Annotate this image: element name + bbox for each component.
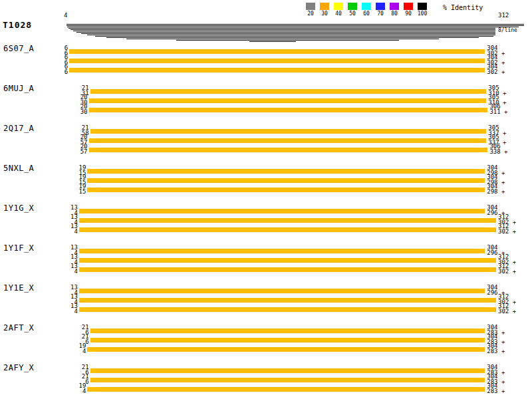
template-end-strand-label: 311 + bbox=[489, 109, 507, 115]
legend-label: 90 bbox=[402, 11, 415, 17]
alignment-bar[interactable] bbox=[90, 368, 485, 373]
template-label-6MUJ_A[interactable]: 6MUJ_A bbox=[3, 84, 34, 92]
coverage-line bbox=[70, 29, 495, 30]
coverage-line bbox=[106, 37, 479, 38]
legend-swatch-50-icon bbox=[348, 3, 357, 10]
template-label-1Y1E_X[interactable]: 1Y1E_X bbox=[3, 284, 34, 292]
legend-swatch-70-icon bbox=[376, 3, 385, 10]
coverage-line bbox=[67, 27, 519, 27]
template-start-label: 6 bbox=[41, 69, 68, 75]
template-end-strand-label: 338 + bbox=[489, 149, 507, 155]
legend-swatch-90-icon bbox=[404, 3, 413, 10]
coverage-line bbox=[68, 28, 495, 29]
template-start-label: 15 bbox=[59, 189, 86, 195]
alignment-bar[interactable] bbox=[89, 138, 487, 143]
template-label-5NXL_A[interactable]: 5NXL_A bbox=[3, 164, 34, 172]
coverage-line bbox=[81, 33, 495, 34]
alignment-bar[interactable] bbox=[89, 108, 488, 112]
coverage-line bbox=[76, 32, 495, 33]
template-end-strand-label: 302 + bbox=[487, 69, 505, 75]
template-start-label: 30 bbox=[61, 109, 88, 115]
legend-swatch-60-icon bbox=[362, 3, 371, 10]
template-label-6S07_A[interactable]: 6S07_A bbox=[3, 45, 34, 53]
alignment-bar[interactable] bbox=[79, 258, 496, 263]
legend-title: % Identity bbox=[443, 5, 483, 11]
alignment-bar[interactable] bbox=[79, 289, 485, 293]
alignment-bar[interactable] bbox=[69, 49, 485, 54]
alignment-bar[interactable] bbox=[79, 209, 485, 213]
template-label-2AFT_X[interactable]: 2AFT_X bbox=[3, 324, 34, 332]
alignment-bar[interactable] bbox=[90, 338, 485, 342]
template-label-1Y1G_X[interactable]: 1Y1G_X bbox=[3, 204, 34, 212]
legend-label: 80 bbox=[388, 11, 401, 17]
alignment-bar[interactable] bbox=[69, 68, 485, 72]
alignment-bar[interactable] bbox=[89, 98, 487, 103]
alignment-bar[interactable] bbox=[79, 249, 485, 253]
template-end-strand-label: 302 + bbox=[498, 229, 516, 235]
coverage-line bbox=[249, 41, 296, 42]
alignment-bar[interactable] bbox=[89, 148, 488, 152]
alignment-bar[interactable] bbox=[69, 59, 485, 63]
coverage-line bbox=[73, 31, 495, 31]
template-label-2AFY_X[interactable]: 2AFY_X bbox=[3, 364, 34, 372]
coverage-line bbox=[176, 40, 399, 41]
template-end-strand-label: 298 + bbox=[487, 189, 505, 195]
template-end-strand-label: 302 + bbox=[498, 269, 516, 275]
legend-label: 20 bbox=[304, 11, 317, 17]
template-start-label: 57 bbox=[61, 149, 88, 155]
template-start-label: 4 bbox=[51, 269, 78, 275]
template-end-strand-label: 302 + bbox=[498, 309, 516, 315]
alignment-bar[interactable] bbox=[87, 347, 485, 352]
legend-label: 70 bbox=[374, 11, 387, 17]
template-end-strand-label: 283 + bbox=[487, 388, 505, 394]
template-label-1Y1F_X[interactable]: 1Y1F_X bbox=[3, 244, 34, 252]
legend-label: 40 bbox=[332, 11, 345, 17]
legend-swatch-20-icon bbox=[306, 3, 315, 10]
alignment-bar[interactable] bbox=[90, 129, 487, 134]
axis-start-label: 4 bbox=[64, 13, 67, 19]
template-start-label: 4 bbox=[51, 309, 78, 315]
alignment-bar[interactable] bbox=[87, 169, 485, 174]
template-end-strand-label: 283 + bbox=[487, 348, 505, 354]
coverage-line bbox=[66, 24, 524, 25]
alignment-bar[interactable] bbox=[87, 387, 485, 392]
page-title: T1028 bbox=[3, 21, 32, 29]
alignment-bar[interactable] bbox=[90, 89, 487, 94]
alignment-bar[interactable] bbox=[90, 378, 485, 382]
alignment-bar[interactable] bbox=[79, 307, 496, 312]
alignment-bar[interactable] bbox=[79, 227, 496, 232]
legend-label: 60 bbox=[360, 11, 373, 17]
coverage-line bbox=[95, 36, 493, 37]
legend-swatch-40-icon bbox=[334, 3, 343, 10]
template-start-label: 4 bbox=[59, 348, 86, 354]
template-start-label: 4 bbox=[59, 388, 86, 394]
alignment-bar[interactable] bbox=[79, 267, 496, 272]
coverage-line bbox=[66, 25, 524, 26]
alignment-bar[interactable] bbox=[87, 178, 485, 183]
template-start-label: 4 bbox=[51, 229, 78, 235]
coverage-line bbox=[87, 35, 495, 35]
alignment-bar[interactable] bbox=[90, 329, 485, 333]
legend-label: 30 bbox=[318, 11, 331, 17]
alignment-bar[interactable] bbox=[79, 298, 496, 303]
legend-swatch-100-icon bbox=[418, 3, 427, 10]
template-label-2Q17_A[interactable]: 2Q17_A bbox=[3, 124, 34, 132]
coverage-line bbox=[126, 39, 439, 39]
legend-label: 100 bbox=[416, 11, 429, 17]
legend-swatch-80-icon bbox=[390, 3, 399, 10]
alignment-overview-page: T1028 4 312 8/line % Identity 2030405060… bbox=[0, 0, 532, 399]
alignment-bar[interactable] bbox=[87, 188, 485, 192]
alignment-bar[interactable] bbox=[79, 218, 496, 223]
legend-swatch-30-icon bbox=[320, 3, 329, 10]
axis-end-label: 312 bbox=[498, 13, 509, 19]
legend-label: 50 bbox=[346, 11, 359, 17]
per-line-label: 8/line bbox=[498, 28, 517, 33]
